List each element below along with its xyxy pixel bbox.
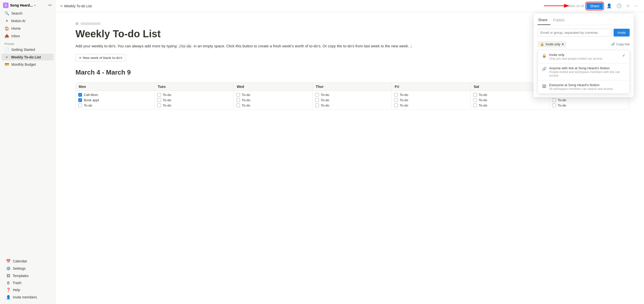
favorite-button[interactable]: ☆: [625, 2, 631, 10]
sidebar-item-inbox[interactable]: 📥 Inbox: [2, 32, 54, 40]
task-item[interactable]: To-do: [473, 98, 547, 102]
workspace-selector[interactable]: S Song Heard... ▾: [3, 3, 35, 8]
task-checkbox[interactable]: [157, 98, 161, 102]
task-checkbox[interactable]: [552, 104, 556, 107]
share-button[interactable]: Share: [586, 3, 603, 9]
sidebar-item-trash[interactable]: 🗑 Trash: [3, 279, 52, 286]
task-item[interactable]: To-do: [394, 93, 468, 97]
sidebar-item-settings[interactable]: ⚙️ Settings: [3, 265, 52, 272]
sidebar-item-weekly-todo[interactable]: ≡ Weekly To-do List: [2, 54, 54, 60]
day-col-mon: Mon✓Call Mom✓Book apptTo-do: [76, 83, 155, 109]
access-option-desc-everyone: All workspace members can search and acc…: [549, 87, 625, 91]
task-item[interactable]: To-do: [157, 104, 231, 107]
task-checkbox[interactable]: [552, 98, 556, 102]
more-options-button[interactable]: ···: [633, 3, 639, 10]
sidebar-item-monthly-budget[interactable]: 💳 Monthly Budget: [2, 61, 54, 68]
task-checkbox[interactable]: [157, 104, 161, 107]
day-col-thur: ThurTo-doTo-doTo-do: [313, 83, 392, 109]
lock-icon: 🔒: [540, 42, 544, 46]
workspace-avatar: S: [3, 3, 9, 8]
private-section-label: Private: [0, 40, 55, 46]
task-item[interactable]: To-do: [315, 98, 389, 102]
task-item[interactable]: To-do: [236, 104, 310, 107]
new-week-button[interactable]: ≡ New week of blank to-do's: [75, 54, 126, 61]
task-item[interactable]: To-do: [552, 98, 626, 102]
share-panel-header: Share Publish: [534, 13, 634, 25]
day-header-mon: Mon: [76, 83, 154, 91]
task-item[interactable]: To-do: [394, 104, 468, 107]
task-item[interactable]: To-do: [315, 93, 389, 97]
invite-button[interactable]: Invite: [614, 29, 630, 37]
templates-icon: 🖼: [6, 274, 11, 278]
task-item[interactable]: To-do: [236, 93, 310, 97]
task-item[interactable]: To-do: [473, 104, 547, 107]
task-checkbox[interactable]: [236, 98, 240, 102]
task-item[interactable]: To-do: [236, 98, 310, 102]
sidebar-item-home[interactable]: 🏠 Home: [2, 25, 54, 32]
task-checkbox[interactable]: [394, 104, 398, 107]
link-icon: 🔗: [611, 42, 615, 46]
sidebar-item-getting-started[interactable]: 📄 Getting Started: [2, 46, 54, 53]
task-checkbox[interactable]: ✓: [78, 98, 82, 102]
task-item[interactable]: To-do: [78, 104, 152, 107]
sidebar-item-getting-started-label: Getting Started: [11, 48, 35, 52]
task-checkbox[interactable]: [473, 98, 477, 102]
sidebar-item-templates[interactable]: 🖼 Templates: [3, 272, 52, 279]
copy-link-button[interactable]: 🔗 Copy link: [611, 42, 630, 46]
access-option-everyone[interactable]: 🏢Everyone at Song Heard's NotionAll work…: [538, 80, 629, 93]
access-dropdown[interactable]: 🔒 Invite only ▾: [538, 41, 566, 47]
topbar: ≡ Weekly To-do List Edited Jul 28: [55, 0, 644, 12]
task-checkbox[interactable]: [315, 93, 319, 97]
comments-button[interactable]: 👤: [606, 2, 613, 10]
day-tasks-thur: To-doTo-doTo-do: [313, 91, 391, 109]
task-checkbox[interactable]: ✓: [78, 93, 82, 97]
day-header-thur: Thur: [313, 83, 391, 91]
budget-icon: 💳: [5, 62, 9, 67]
task-checkbox[interactable]: [394, 93, 398, 97]
task-item[interactable]: To-do: [157, 98, 231, 102]
invite-input[interactable]: [538, 29, 612, 37]
access-option-anyone-with-link[interactable]: 🔗Anyone with link at Song Heard's Notion…: [538, 63, 629, 80]
task-checkbox[interactable]: [78, 104, 82, 107]
task-item[interactable]: To-do: [315, 104, 389, 107]
sidebar-item-help[interactable]: ❓ Help: [3, 286, 52, 293]
task-checkbox[interactable]: [315, 98, 319, 102]
task-item[interactable]: To-do: [552, 104, 626, 107]
task-label: To-do: [479, 93, 487, 97]
task-checkbox[interactable]: [236, 93, 240, 97]
sidebar: S Song Heard... ▾ ✏ 🔍 Search ✦ Notion AI…: [0, 0, 55, 304]
task-item[interactable]: ✓Book appt: [78, 98, 152, 102]
sidebar-item-calendar[interactable]: 📅 Calendar: [3, 258, 52, 265]
history-button[interactable]: 🕐: [615, 2, 623, 10]
sidebar-bottom: 📅 Calendar ⚙️ Settings 🖼 Templates 🗑 Tra…: [0, 256, 55, 302]
access-option-content-invite-only: Invite onlyOnly you and people invited c…: [549, 53, 620, 60]
sidebar-item-home-label: Home: [11, 26, 21, 30]
task-label: To-do: [400, 104, 408, 107]
sidebar-item-notion-ai[interactable]: ✦ Notion AI: [2, 17, 54, 24]
task-checkbox[interactable]: [473, 93, 477, 97]
access-option-invite-only[interactable]: 🔒Invite onlyOnly you and people invited …: [538, 50, 629, 63]
task-item[interactable]: ✓Call Mom: [78, 93, 152, 97]
access-options-list: 🔒Invite onlyOnly you and people invited …: [538, 50, 630, 94]
task-item[interactable]: To-do: [157, 93, 231, 97]
sidebar-item-trash-label: Trash: [13, 281, 21, 285]
sidebar-item-invite-members[interactable]: 👤 Invite members: [3, 294, 52, 301]
sidebar-item-search[interactable]: 🔍 Search: [2, 10, 54, 17]
task-checkbox[interactable]: [473, 104, 477, 107]
breadcrumb: ≡ Weekly To-do List: [60, 4, 92, 8]
day-header-tues: Tues: [155, 83, 233, 91]
access-option-desc-invite-only: Only you and people invited can access: [549, 57, 620, 60]
task-checkbox[interactable]: [394, 98, 398, 102]
access-option-content-everyone: Everyone at Song Heard's NotionAll works…: [549, 83, 625, 91]
task-item[interactable]: To-do: [394, 98, 468, 102]
access-row: 🔒 Invite only ▾ 🔗 Copy link: [538, 40, 630, 49]
task-checkbox[interactable]: [157, 93, 161, 97]
task-checkbox[interactable]: [315, 104, 319, 107]
new-page-button[interactable]: ✏: [48, 3, 52, 8]
sidebar-item-invite-label: Invite members: [13, 295, 37, 299]
tab-publish[interactable]: Publish: [552, 17, 568, 25]
task-checkbox[interactable]: [236, 104, 240, 107]
tab-share[interactable]: Share: [538, 16, 550, 25]
day-col-wed: WedTo-doTo-doTo-do: [234, 83, 313, 109]
breadcrumb-list-icon: ≡: [60, 4, 63, 8]
